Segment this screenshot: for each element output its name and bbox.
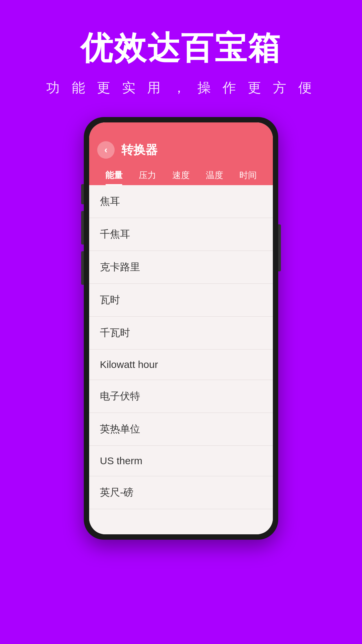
app-title: 优效达百宝箱 — [80, 27, 282, 70]
header-row: ‹ 转换器 — [97, 141, 265, 159]
tab-speed[interactable]: 速度 — [167, 165, 195, 185]
status-bar — [89, 122, 273, 136]
list-item-calorie[interactable]: 克卡路里 — [89, 251, 273, 284]
unit-list: 焦耳 千焦耳 克卡路里 瓦时 千瓦时 Kilowatt hour 电子伏特 英热… — [89, 185, 273, 534]
app-header: ‹ 转换器 能量 压力 速度 温度 时间 — [89, 136, 273, 185]
list-item-btu[interactable]: 英热单位 — [89, 413, 273, 446]
phone-screen: ‹ 转换器 能量 压力 速度 温度 时间 — [89, 122, 273, 534]
back-button[interactable]: ‹ — [97, 141, 115, 159]
list-item-kilowatt-hour-en[interactable]: Kilowatt hour — [89, 350, 273, 380]
back-arrow-icon: ‹ — [104, 145, 107, 155]
tab-energy[interactable]: 能量 — [100, 165, 128, 185]
tab-bar: 能量 压力 速度 温度 时间 — [97, 165, 265, 185]
tab-time[interactable]: 时间 — [234, 165, 262, 185]
tab-pressure[interactable]: 压力 — [133, 165, 162, 185]
list-item-kilowatt-hour-cn[interactable]: 千瓦时 — [89, 317, 273, 350]
app-subtitle: 功 能 更 实 用 ， 操 作 更 方 便 — [46, 78, 315, 97]
phone-side-button-3 — [81, 251, 84, 285]
list-item-foot-pound[interactable]: 英尺-磅 — [89, 476, 273, 509]
list-item-watt-hour[interactable]: 瓦时 — [89, 284, 273, 317]
phone-side-button-2 — [81, 211, 84, 245]
phone-mockup: ‹ 转换器 能量 压力 速度 温度 时间 — [84, 117, 278, 540]
list-item-electronvolt[interactable]: 电子伏特 — [89, 380, 273, 413]
list-item-joule[interactable]: 焦耳 — [89, 185, 273, 218]
phone-side-button-1 — [81, 184, 84, 204]
hero-section: 优效达百宝箱 功 能 更 实 用 ， 操 作 更 方 便 — [0, 0, 362, 117]
list-item-kilojoule[interactable]: 千焦耳 — [89, 218, 273, 251]
phone-side-button-right — [278, 224, 281, 271]
list-item-us-therm[interactable]: US therm — [89, 446, 273, 476]
converter-title: 转换器 — [121, 142, 158, 158]
tab-temperature[interactable]: 温度 — [200, 165, 229, 185]
